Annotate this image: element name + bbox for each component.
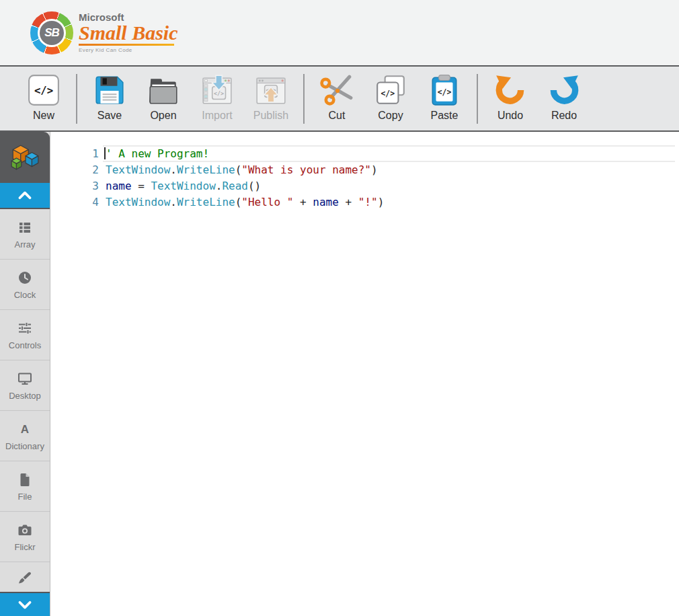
- sidebar-item-flickr[interactable]: Flickr: [0, 512, 50, 562]
- toolbar-separator: [76, 74, 77, 124]
- sidebar-item-array[interactable]: Array: [0, 209, 50, 260]
- toolbar-button-redo[interactable]: Redo: [544, 73, 584, 122]
- sidebar-item-label: Array: [14, 239, 35, 249]
- sidebar-item-graphics[interactable]: [0, 562, 50, 592]
- svg-text:A: A: [21, 423, 29, 436]
- app-header: SB Microsoft Small Basic Every Kid Can C…: [0, 0, 679, 65]
- toolbar-button-label: Copy: [378, 110, 403, 122]
- open-folder-icon: [147, 73, 180, 107]
- toolbar-button-label: Import: [202, 110, 232, 122]
- paste-clipboard-icon: </>: [428, 73, 461, 107]
- sidebar-item-file[interactable]: File: [0, 461, 50, 512]
- toolbar-button-label: Undo: [497, 110, 523, 122]
- toolbar-button-label: Save: [97, 110, 122, 122]
- toolbar: </>NewSaveOpen</>Import</>PublishCut</>C…: [0, 67, 679, 130]
- toolbox-cubes-icon: [9, 143, 40, 171]
- toolbar-button-label: Open: [150, 110, 176, 122]
- objects-sidebar: ArrayClockControlsDesktopADictionaryFile…: [0, 132, 50, 616]
- svg-text:</>: </>: [438, 87, 452, 97]
- toolbar-button-label: Redo: [551, 110, 577, 122]
- camera-icon: [17, 522, 33, 538]
- toolbar-button-label: Publish: [253, 110, 288, 122]
- chevron-up-icon: [15, 187, 35, 204]
- save-floppy-icon: [93, 73, 126, 107]
- toolbar-button-label: New: [33, 110, 54, 122]
- toolbar-button-open[interactable]: Open: [143, 73, 184, 122]
- letter-a-icon: A: [17, 421, 33, 437]
- line-number: 3: [50, 178, 106, 194]
- sidebar-item-label: Clock: [14, 290, 36, 300]
- toolbar-button-publish: </>Publish: [251, 73, 291, 122]
- code-line[interactable]: 3name = TextWindow.Read(): [50, 178, 679, 194]
- sidebar-item-desktop[interactable]: Desktop: [0, 360, 50, 411]
- toolbar-separator: [303, 74, 305, 124]
- copy-pages-icon: </>: [374, 73, 407, 107]
- svg-text:</>: </>: [34, 85, 53, 97]
- toolbar-button-copy[interactable]: </>Copy: [370, 73, 411, 122]
- brand-text: Microsoft Small Basic Every Kid Can Code: [79, 12, 178, 53]
- sidebar-item-clock[interactable]: Clock: [0, 260, 50, 310]
- code-text: TextWindow.WriteLine("Hello " + name + "…: [106, 194, 384, 210]
- desktop-monitor-icon: [17, 371, 33, 387]
- toolbar-button-import: </>Import: [197, 73, 237, 122]
- publish-window-icon: </>: [254, 73, 288, 107]
- sidebar-item-label: Desktop: [9, 391, 41, 401]
- svg-text:</>: </>: [381, 89, 395, 98]
- import-window-icon: </>: [200, 73, 234, 107]
- sidebar-item-label: Dictionary: [5, 441, 44, 451]
- sidebar-scroll-up-button[interactable]: [0, 183, 50, 209]
- code-line[interactable]: 1' A new Program!: [50, 146, 679, 162]
- code-text: ' A new Program!: [106, 146, 209, 162]
- sidebar-item-controls[interactable]: Controls: [0, 310, 50, 360]
- sidebar-item-label: Controls: [9, 340, 41, 350]
- svg-text:</>: </>: [214, 90, 224, 97]
- text-cursor: [104, 147, 106, 159]
- small-basic-wheel-logo: SB: [30, 11, 73, 54]
- toolbar-button-cut[interactable]: Cut: [317, 73, 357, 122]
- toolbar-button-undo[interactable]: Undo: [490, 73, 530, 122]
- code-line[interactable]: 2TextWindow.WriteLine("What is your name…: [50, 162, 679, 178]
- toolbar-button-paste[interactable]: </>Paste: [424, 73, 465, 122]
- array-list-icon: [17, 219, 33, 235]
- sidebar-toolbox-header: [0, 132, 50, 183]
- toolbar-button-save[interactable]: Save: [89, 73, 130, 122]
- clock-icon: [17, 270, 33, 286]
- undo-arrow-icon: [493, 73, 527, 107]
- toolbar-button-new[interactable]: </>New: [24, 73, 64, 122]
- toolbar-button-label: Paste: [431, 110, 458, 122]
- redo-arrow-icon: [547, 73, 581, 107]
- paintbrush-icon: [17, 570, 33, 586]
- brand-tagline: Every Kid Can Code: [79, 47, 178, 53]
- code-line[interactable]: 4TextWindow.WriteLine("Hello " + name + …: [50, 194, 679, 210]
- toolbar-separator: [477, 74, 478, 124]
- new-code-icon: </>: [27, 73, 61, 107]
- code-text: name = TextWindow.Read(): [106, 178, 261, 194]
- main-content: ArrayClockControlsDesktopADictionaryFile…: [0, 132, 679, 616]
- line-number: 2: [50, 162, 106, 178]
- cut-scissors-icon: [320, 73, 354, 107]
- brand-product-name: Small Basic: [79, 23, 178, 43]
- brand-underline: [79, 44, 174, 46]
- line-number: 4: [50, 194, 106, 210]
- controls-sliders-icon: [17, 320, 33, 336]
- line-number: 1: [50, 146, 106, 162]
- file-document-icon: [17, 471, 33, 488]
- small-basic-ide: SB Microsoft Small Basic Every Kid Can C…: [0, 0, 679, 616]
- code-lines: 1' A new Program!2TextWindow.WriteLine("…: [50, 132, 679, 210]
- logo-monogram: SB: [40, 21, 64, 45]
- code-editor[interactable]: 1' A new Program!2TextWindow.WriteLine("…: [50, 132, 679, 616]
- chevron-down-icon: [15, 596, 35, 613]
- sidebar-item-label: Flickr: [14, 542, 35, 552]
- code-text: TextWindow.WriteLine("What is your name?…: [106, 162, 378, 178]
- sidebar-item-dictionary[interactable]: ADictionary: [0, 411, 50, 461]
- sidebar-scroll-down-button[interactable]: [0, 592, 50, 616]
- sidebar-item-label: File: [18, 492, 32, 502]
- toolbar-button-label: Cut: [329, 110, 346, 122]
